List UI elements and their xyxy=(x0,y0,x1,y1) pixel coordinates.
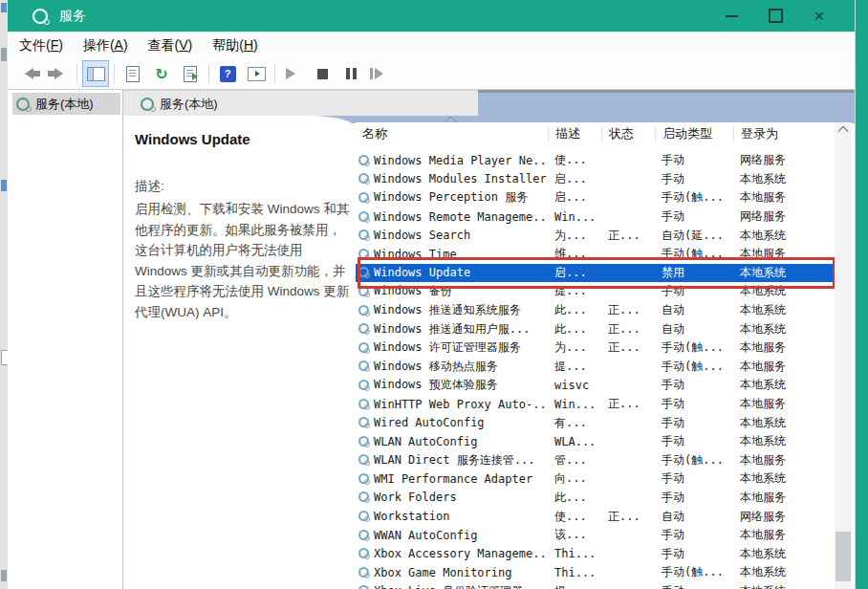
cell-startup-type: 手动 xyxy=(655,283,733,299)
menu-key: F xyxy=(51,37,59,53)
maximize-button[interactable] xyxy=(753,0,797,32)
table-row[interactable]: Windows 推送通知用户服...此...正...自动本地系统 xyxy=(356,319,835,338)
cell-description: 使... xyxy=(548,509,601,525)
table-row[interactable]: Wired AutoConfig有...手动本地系统 xyxy=(356,413,835,432)
table-row[interactable]: Xbox Game MonitoringThi...手动(触...本地系统 xyxy=(356,563,835,582)
start-service-button[interactable] xyxy=(280,60,307,87)
table-row[interactable]: Windows Remote Manageme...Win...手动网络服务 xyxy=(356,207,835,227)
refresh-icon: ↻ xyxy=(155,65,167,83)
vertical-scrollbar[interactable] xyxy=(835,122,852,589)
cell-startup-type: 自动 xyxy=(655,321,733,338)
table-row[interactable]: Work Folders此...手动本地服务 xyxy=(356,489,835,508)
table-row[interactable]: Windows 许可证管理器服务为...正...手动(触...本地服务 xyxy=(356,338,835,358)
table-row[interactable]: Windows 推送通知系统服务此...正...自动本地系统 xyxy=(356,301,835,320)
cell-logon-as: 本地系统 xyxy=(733,228,835,244)
forward-button[interactable] xyxy=(45,60,72,87)
cell-status: 正... xyxy=(601,228,655,244)
restart-service-button[interactable] xyxy=(366,60,393,87)
menu-item-view[interactable]: 查看(V) xyxy=(148,37,193,55)
titlebar: 服务 × xyxy=(8,0,855,32)
cell-startup-type: 自动(延... xyxy=(655,228,733,244)
cell-logon-as: 本地系统 xyxy=(733,564,835,580)
scrollbar-thumb[interactable] xyxy=(835,532,851,581)
stop-service-button[interactable] xyxy=(309,60,336,87)
cell-startup-type: 手动 xyxy=(655,152,733,168)
table-row[interactable]: Windows Perception 服务启...手动(触...本地服务 xyxy=(356,188,835,207)
cell-name: Windows 备份 xyxy=(356,283,548,299)
service-gear-icon xyxy=(358,249,370,260)
table-row[interactable]: Windows Time维...手动(触...本地服务 xyxy=(356,245,835,264)
service-gear-icon xyxy=(358,155,370,166)
cell-status: 正... xyxy=(601,396,655,412)
column-header-description[interactable]: 描述 xyxy=(548,125,601,142)
service-gear-icon xyxy=(358,473,370,485)
list-header: 名称 描述 状态 启动类型 登录为 xyxy=(356,122,835,145)
cell-name: Windows 推送通知系统服务 xyxy=(356,302,548,318)
close-icon: × xyxy=(814,7,824,25)
cell-startup-type: 自动 xyxy=(655,302,733,318)
table-row[interactable]: Windows Search为...正...自动(延...本地系统 xyxy=(356,226,835,245)
table-row[interactable]: Windows 移动热点服务提...手动(触...本地服务 xyxy=(356,358,835,377)
menu-item-file[interactable]: 文件(F) xyxy=(19,37,63,55)
services-gear-icon xyxy=(141,98,154,111)
cell-startup-type: 自动 xyxy=(655,509,733,525)
column-header-logon-as[interactable]: 登录为 xyxy=(733,125,835,142)
forward-arrow-icon xyxy=(48,68,69,79)
cell-logon-as: 本地系统 xyxy=(733,546,835,562)
menu-item-action[interactable]: 操作(A) xyxy=(83,37,128,55)
table-row[interactable]: Windows Media Player Ne...使...手动网络服务 xyxy=(356,151,835,170)
table-row[interactable]: WMI Performance Adapter向...手动本地系统 xyxy=(356,469,835,489)
show-hide-console-tree-button[interactable] xyxy=(82,60,109,87)
start-icon xyxy=(286,68,301,79)
table-row[interactable]: Windows 预览体验服务wisvc手动本地系统 xyxy=(356,376,835,395)
cell-startup-type: 手动 xyxy=(655,396,733,412)
cell-description: 使... xyxy=(548,152,601,168)
show-hide-action-pane-button[interactable] xyxy=(243,60,270,87)
cell-description: 为... xyxy=(548,339,601,356)
properties-button[interactable] xyxy=(119,60,146,87)
table-row[interactable]: WLAN AutoConfigWLA...手动本地系统 xyxy=(356,432,835,451)
back-button[interactable] xyxy=(16,60,43,87)
help-icon: ? xyxy=(220,66,236,82)
menu-label: 查看( xyxy=(148,37,180,53)
cell-description: 提... xyxy=(548,283,601,299)
cell-startup-type: 手动 xyxy=(655,546,733,562)
toolbar: ↻ ? xyxy=(8,58,855,90)
cell-logon-as: 本地系统 xyxy=(733,377,835,393)
cell-description: 此... xyxy=(548,321,601,338)
service-gear-icon xyxy=(358,548,370,559)
cell-name: Windows Perception 服务 xyxy=(356,189,548,206)
refresh-button[interactable]: ↻ xyxy=(148,60,175,87)
close-button[interactable]: × xyxy=(797,0,841,32)
scroll-up-button[interactable] xyxy=(835,122,852,138)
help-button[interactable]: ? xyxy=(214,60,241,87)
cell-name: WWAN AutoConfig xyxy=(356,529,548,542)
table-row[interactable]: Xbox Live 身份验证管理器提...手动本地系统 xyxy=(356,582,835,589)
cell-description: 为... xyxy=(548,228,601,244)
table-row[interactable]: Workstation使...正...自动网络服务 xyxy=(356,507,835,526)
table-row[interactable]: Xbox Accessory Manageme...Thi...手动本地系统 xyxy=(356,544,835,563)
background-fragment xyxy=(1,3,7,12)
table-row[interactable]: WLAN Direct 服务连接管...管...手动(触...本地服务 xyxy=(356,451,835,470)
cell-description: 向... xyxy=(548,470,601,487)
service-gear-icon xyxy=(358,305,370,316)
table-row[interactable]: WWAN AutoConfig该...手动本地服务 xyxy=(356,526,835,545)
cell-logon-as: 本地系统 xyxy=(733,321,835,338)
table-row[interactable]: Windows 备份提...手动本地系统 xyxy=(356,282,835,301)
restart-icon xyxy=(370,68,389,79)
column-header-status[interactable]: 状态 xyxy=(601,125,655,142)
console-tree-icon xyxy=(87,67,105,81)
cell-logon-as: 本地服务 xyxy=(733,527,835,543)
cell-description: WLA... xyxy=(548,435,601,448)
tree-item-services-local[interactable]: 服务(本地) xyxy=(12,93,120,115)
cell-startup-type: 手动 xyxy=(655,490,733,506)
table-row[interactable]: WinHTTP Web Proxy Auto-...Win...正...手动本地… xyxy=(356,395,835,414)
export-list-button[interactable] xyxy=(177,60,204,87)
table-row[interactable]: Windows Update启...禁用本地系统 xyxy=(356,264,835,283)
column-header-name[interactable]: 名称 xyxy=(356,125,548,142)
pause-service-button[interactable] xyxy=(337,60,364,87)
minimize-button[interactable] xyxy=(709,0,753,32)
table-row[interactable]: Windows Modules Installer启...手动本地系统 xyxy=(356,170,835,189)
menu-item-help[interactable]: 帮助(H) xyxy=(212,37,257,55)
column-header-startup-type[interactable]: 启动类型 xyxy=(655,125,733,142)
